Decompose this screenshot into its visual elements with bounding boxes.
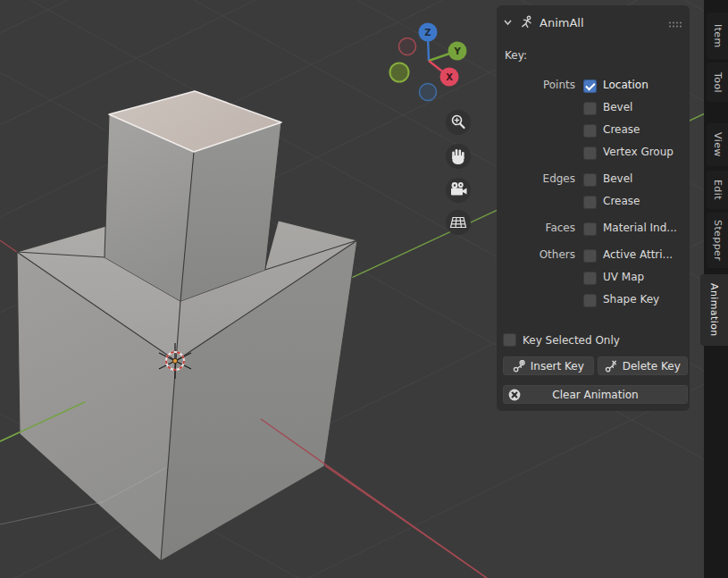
checkbox-shape-key[interactable] xyxy=(583,294,597,307)
camera-view-button[interactable] xyxy=(446,178,471,203)
checkbox-bevel[interactable] xyxy=(583,173,597,187)
gizmo-axis-neg-y[interactable] xyxy=(390,63,409,82)
key-property-row: Crease xyxy=(497,121,690,143)
drag-handle-dots-icon[interactable] xyxy=(668,21,684,29)
checkbox-crease[interactable] xyxy=(583,124,597,138)
gizmo-axis-neg-x[interactable] xyxy=(399,38,416,55)
insert-key-button[interactable]: Insert Key xyxy=(502,356,595,376)
checkbox-label: Bevel xyxy=(603,172,632,185)
panel-header[interactable]: AnimAll xyxy=(503,14,584,30)
delete-key-label: Delete Key xyxy=(623,360,681,373)
clear-animation-button[interactable]: Clear Animation xyxy=(502,384,689,405)
key-section-label: Key: xyxy=(505,49,527,62)
checkbox-vertex-group[interactable] xyxy=(583,147,597,160)
animall-panel: AnimAll Key: PointsLocationBevelCreaseVe… xyxy=(497,5,690,411)
tab-edit[interactable]: Edit xyxy=(707,171,728,209)
tab-animation[interactable]: Animation xyxy=(700,274,728,346)
key-property-row: UV Map xyxy=(497,268,690,290)
key-property-rows: PointsLocationBevelCreaseVertex GroupEdg… xyxy=(497,76,690,313)
key-buttons-row: Insert Key Delete Key xyxy=(502,356,689,376)
checkbox-label: Bevel xyxy=(603,101,632,113)
checkbox-material-ind-[interactable] xyxy=(583,222,597,236)
checkbox-label: Shape Key xyxy=(603,293,659,306)
checkbox-label: Vertex Group xyxy=(603,146,674,158)
group-label-edges: Edges xyxy=(497,172,575,185)
checkbox-crease[interactable] xyxy=(583,196,597,209)
checkbox-uv-map[interactable] xyxy=(583,272,597,285)
checkbox-label: Material Ind... xyxy=(603,222,677,234)
cancel-circle-x-icon xyxy=(508,389,521,401)
chevron-down-icon[interactable] xyxy=(503,18,513,27)
key-plus-icon xyxy=(513,360,526,373)
pan-button[interactable] xyxy=(446,144,471,169)
checkbox-label: Crease xyxy=(603,195,640,207)
gizmo-y-label: Y xyxy=(453,46,461,56)
key-property-row: OthersActive Attri... xyxy=(497,246,690,268)
key-property-row: PointsLocation xyxy=(497,76,690,98)
key-selected-only-row: Key Selected Only xyxy=(497,332,690,350)
delete-key-button[interactable]: Delete Key xyxy=(597,356,690,376)
key-x-icon xyxy=(605,360,618,373)
nav-gizmo[interactable]: Z Y X xyxy=(390,23,467,101)
small-block-mesh[interactable] xyxy=(105,91,281,301)
group-label-faces: Faces xyxy=(497,222,575,234)
key-property-row: Bevel xyxy=(497,98,690,121)
insert-key-label: Insert Key xyxy=(531,360,584,373)
checkbox-bevel[interactable] xyxy=(583,102,597,115)
blender-3d-viewport: Z Y X xyxy=(0,0,728,578)
key-property-row: Vertex Group xyxy=(497,143,690,165)
tab-stepper[interactable]: Stepper xyxy=(707,213,728,268)
checkbox-active-attri-[interactable] xyxy=(583,249,597,263)
checkbox-label: Crease xyxy=(603,123,640,136)
gizmo-x-label: X xyxy=(446,72,453,82)
key-property-row: FacesMaterial Ind... xyxy=(497,219,690,241)
gizmo-axis-neg-z[interactable] xyxy=(420,84,437,101)
zoom-button[interactable] xyxy=(446,110,471,135)
checkbox-label: UV Map xyxy=(603,271,644,283)
clear-animation-label: Clear Animation xyxy=(552,389,638,401)
projection-toggle-button[interactable] xyxy=(446,210,471,235)
viewport-overlay-buttons xyxy=(446,110,471,235)
running-figure-icon xyxy=(519,15,533,30)
checkbox-label: Location xyxy=(603,79,649,91)
tab-tool[interactable]: Tool xyxy=(707,63,728,102)
key-property-row: EdgesBevel xyxy=(497,170,690,192)
key-selected-only-checkbox[interactable] xyxy=(503,333,516,347)
x-axis-front-segment xyxy=(261,419,487,578)
tab-item[interactable]: Item xyxy=(707,13,728,59)
group-label-points: Points xyxy=(497,79,575,91)
checkbox-location[interactable] xyxy=(583,80,597,93)
panel-title: AnimAll xyxy=(540,16,584,29)
checkbox-label: Active Attri... xyxy=(603,248,673,261)
key-selected-only-label: Key Selected Only xyxy=(523,334,620,347)
key-property-row: Shape Key xyxy=(497,290,690,313)
tab-view[interactable]: View xyxy=(707,123,728,166)
clear-animation-row: Clear Animation xyxy=(502,384,689,405)
group-label-others: Others xyxy=(497,248,575,261)
key-property-row: Crease xyxy=(497,192,690,214)
gizmo-z-label: Z xyxy=(424,28,431,38)
